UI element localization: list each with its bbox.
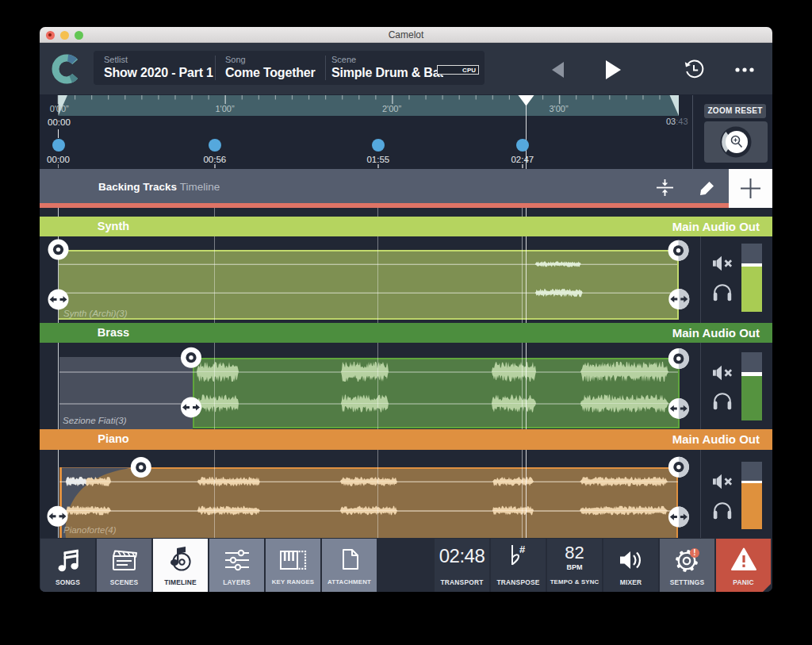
- svg-text:!: !: [693, 548, 695, 557]
- svg-text:#: #: [519, 543, 526, 555]
